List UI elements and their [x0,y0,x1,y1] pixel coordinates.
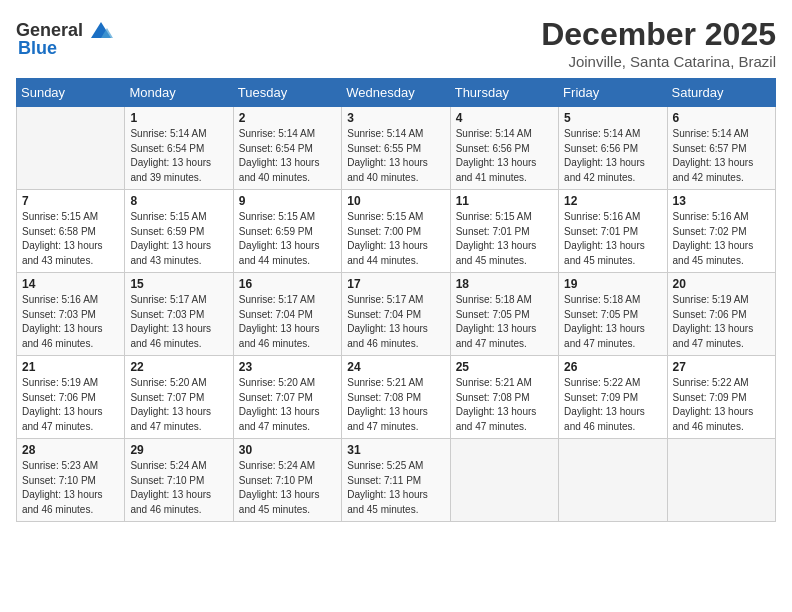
calendar-cell: 29Sunrise: 5:24 AMSunset: 7:10 PMDayligh… [125,439,233,522]
calendar-cell [667,439,775,522]
day-info: Sunrise: 5:21 AMSunset: 7:08 PMDaylight:… [347,376,444,434]
day-number: 8 [130,194,227,208]
day-number: 3 [347,111,444,125]
calendar-cell: 6Sunrise: 5:14 AMSunset: 6:57 PMDaylight… [667,107,775,190]
day-info: Sunrise: 5:14 AMSunset: 6:56 PMDaylight:… [456,127,553,185]
day-info: Sunrise: 5:14 AMSunset: 6:55 PMDaylight:… [347,127,444,185]
calendar-week-row: 21Sunrise: 5:19 AMSunset: 7:06 PMDayligh… [17,356,776,439]
day-number: 17 [347,277,444,291]
day-info: Sunrise: 5:15 AMSunset: 6:58 PMDaylight:… [22,210,119,268]
calendar-cell: 11Sunrise: 5:15 AMSunset: 7:01 PMDayligh… [450,190,558,273]
day-number: 27 [673,360,770,374]
day-number: 28 [22,443,119,457]
logo-blue: Blue [18,38,57,59]
calendar-cell: 25Sunrise: 5:21 AMSunset: 7:08 PMDayligh… [450,356,558,439]
calendar-week-row: 7Sunrise: 5:15 AMSunset: 6:58 PMDaylight… [17,190,776,273]
calendar-cell [450,439,558,522]
day-of-week-header: Thursday [450,79,558,107]
day-number: 14 [22,277,119,291]
calendar-cell: 16Sunrise: 5:17 AMSunset: 7:04 PMDayligh… [233,273,341,356]
day-of-week-header: Friday [559,79,667,107]
calendar-week-row: 28Sunrise: 5:23 AMSunset: 7:10 PMDayligh… [17,439,776,522]
calendar-cell: 30Sunrise: 5:24 AMSunset: 7:10 PMDayligh… [233,439,341,522]
day-info: Sunrise: 5:18 AMSunset: 7:05 PMDaylight:… [456,293,553,351]
calendar-header-row: SundayMondayTuesdayWednesdayThursdayFrid… [17,79,776,107]
day-info: Sunrise: 5:19 AMSunset: 7:06 PMDaylight:… [22,376,119,434]
logo: General Blue [16,16,115,59]
page-header: General Blue December 2025 Joinville, Sa… [16,16,776,70]
day-info: Sunrise: 5:20 AMSunset: 7:07 PMDaylight:… [239,376,336,434]
calendar-cell [559,439,667,522]
day-info: Sunrise: 5:21 AMSunset: 7:08 PMDaylight:… [456,376,553,434]
day-info: Sunrise: 5:14 AMSunset: 6:54 PMDaylight:… [130,127,227,185]
calendar-week-row: 14Sunrise: 5:16 AMSunset: 7:03 PMDayligh… [17,273,776,356]
day-of-week-header: Tuesday [233,79,341,107]
calendar-cell: 1Sunrise: 5:14 AMSunset: 6:54 PMDaylight… [125,107,233,190]
location-title: Joinville, Santa Catarina, Brazil [541,53,776,70]
calendar-cell: 24Sunrise: 5:21 AMSunset: 7:08 PMDayligh… [342,356,450,439]
day-info: Sunrise: 5:19 AMSunset: 7:06 PMDaylight:… [673,293,770,351]
calendar-cell: 23Sunrise: 5:20 AMSunset: 7:07 PMDayligh… [233,356,341,439]
day-number: 4 [456,111,553,125]
calendar-cell: 4Sunrise: 5:14 AMSunset: 6:56 PMDaylight… [450,107,558,190]
day-number: 7 [22,194,119,208]
calendar-cell: 21Sunrise: 5:19 AMSunset: 7:06 PMDayligh… [17,356,125,439]
calendar-cell: 10Sunrise: 5:15 AMSunset: 7:00 PMDayligh… [342,190,450,273]
calendar-cell: 26Sunrise: 5:22 AMSunset: 7:09 PMDayligh… [559,356,667,439]
day-info: Sunrise: 5:16 AMSunset: 7:02 PMDaylight:… [673,210,770,268]
day-info: Sunrise: 5:15 AMSunset: 6:59 PMDaylight:… [130,210,227,268]
day-number: 22 [130,360,227,374]
calendar-table: SundayMondayTuesdayWednesdayThursdayFrid… [16,78,776,522]
day-info: Sunrise: 5:17 AMSunset: 7:04 PMDaylight:… [347,293,444,351]
day-number: 16 [239,277,336,291]
calendar-cell: 7Sunrise: 5:15 AMSunset: 6:58 PMDaylight… [17,190,125,273]
calendar-cell: 27Sunrise: 5:22 AMSunset: 7:09 PMDayligh… [667,356,775,439]
calendar-cell: 3Sunrise: 5:14 AMSunset: 6:55 PMDaylight… [342,107,450,190]
calendar-cell: 22Sunrise: 5:20 AMSunset: 7:07 PMDayligh… [125,356,233,439]
day-number: 30 [239,443,336,457]
day-number: 12 [564,194,661,208]
day-info: Sunrise: 5:15 AMSunset: 6:59 PMDaylight:… [239,210,336,268]
calendar-cell: 8Sunrise: 5:15 AMSunset: 6:59 PMDaylight… [125,190,233,273]
day-number: 13 [673,194,770,208]
logo-icon [87,16,115,44]
day-info: Sunrise: 5:23 AMSunset: 7:10 PMDaylight:… [22,459,119,517]
day-info: Sunrise: 5:14 AMSunset: 6:56 PMDaylight:… [564,127,661,185]
calendar-cell: 2Sunrise: 5:14 AMSunset: 6:54 PMDaylight… [233,107,341,190]
day-number: 9 [239,194,336,208]
day-info: Sunrise: 5:24 AMSunset: 7:10 PMDaylight:… [130,459,227,517]
day-number: 29 [130,443,227,457]
calendar-cell: 13Sunrise: 5:16 AMSunset: 7:02 PMDayligh… [667,190,775,273]
day-number: 18 [456,277,553,291]
day-number: 5 [564,111,661,125]
calendar-cell: 28Sunrise: 5:23 AMSunset: 7:10 PMDayligh… [17,439,125,522]
day-number: 6 [673,111,770,125]
day-number: 25 [456,360,553,374]
day-info: Sunrise: 5:15 AMSunset: 7:00 PMDaylight:… [347,210,444,268]
calendar-cell: 18Sunrise: 5:18 AMSunset: 7:05 PMDayligh… [450,273,558,356]
calendar-cell: 5Sunrise: 5:14 AMSunset: 6:56 PMDaylight… [559,107,667,190]
day-info: Sunrise: 5:18 AMSunset: 7:05 PMDaylight:… [564,293,661,351]
calendar-cell: 17Sunrise: 5:17 AMSunset: 7:04 PMDayligh… [342,273,450,356]
day-info: Sunrise: 5:22 AMSunset: 7:09 PMDaylight:… [564,376,661,434]
day-number: 20 [673,277,770,291]
day-info: Sunrise: 5:17 AMSunset: 7:04 PMDaylight:… [239,293,336,351]
day-number: 10 [347,194,444,208]
calendar-cell: 19Sunrise: 5:18 AMSunset: 7:05 PMDayligh… [559,273,667,356]
calendar-cell: 9Sunrise: 5:15 AMSunset: 6:59 PMDaylight… [233,190,341,273]
day-info: Sunrise: 5:16 AMSunset: 7:03 PMDaylight:… [22,293,119,351]
calendar-cell: 15Sunrise: 5:17 AMSunset: 7:03 PMDayligh… [125,273,233,356]
day-of-week-header: Sunday [17,79,125,107]
month-title: December 2025 [541,16,776,53]
day-info: Sunrise: 5:15 AMSunset: 7:01 PMDaylight:… [456,210,553,268]
day-info: Sunrise: 5:24 AMSunset: 7:10 PMDaylight:… [239,459,336,517]
day-info: Sunrise: 5:14 AMSunset: 6:54 PMDaylight:… [239,127,336,185]
day-number: 21 [22,360,119,374]
day-of-week-header: Saturday [667,79,775,107]
day-number: 26 [564,360,661,374]
day-info: Sunrise: 5:14 AMSunset: 6:57 PMDaylight:… [673,127,770,185]
day-info: Sunrise: 5:22 AMSunset: 7:09 PMDaylight:… [673,376,770,434]
day-number: 23 [239,360,336,374]
calendar-cell: 14Sunrise: 5:16 AMSunset: 7:03 PMDayligh… [17,273,125,356]
title-area: December 2025 Joinville, Santa Catarina,… [541,16,776,70]
